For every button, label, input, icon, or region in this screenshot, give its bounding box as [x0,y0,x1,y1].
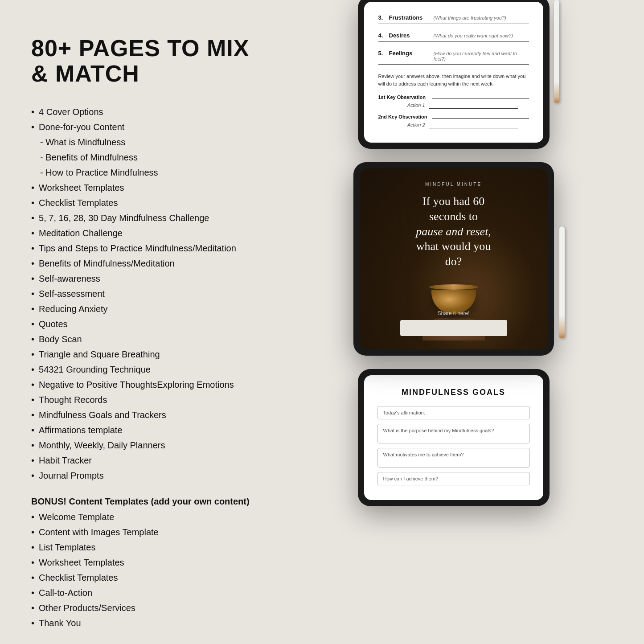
main-content-list: 4 Cover Options Done-for-you Content - W… [31,104,250,483]
bonus-item: Thank You [31,615,250,631]
list-sub-item: - What is Mindfulness [31,135,250,150]
bonus-item: List Templates [31,540,250,555]
list-item: Negative to Positive ThoughtsExploring E… [31,377,250,392]
goals-field-2: What motivates me to achieve them? [377,448,530,468]
row-hint: (What do you really want right now?) [434,33,529,38]
tablet-bottom: MINDFULNESS GOALS Today's affirmation: W… [358,369,550,506]
bowl-rim [429,284,478,290]
action-row-1: Action 1 [378,103,529,109]
action-label: Action 1 [390,103,425,109]
list-item: 54321 Grounding Technique [31,362,250,377]
list-item: Thought Records [31,392,250,407]
tablet-top: 3. Frustrations (What things are frustra… [358,0,550,149]
stylus2-icon [559,226,565,338]
list-item: Tips and Steps to Practice Mindfulness/M… [31,241,250,256]
goals-field-0: Today's affirmation: [377,406,530,419]
obs-line [432,93,529,99]
action-label: Action 2 [390,122,425,128]
obs-label: 1st Key Observation [378,94,432,100]
stylus-icon [554,0,559,103]
goals-field-1: What is the purpose behind my Mindfulnes… [377,424,530,443]
worksheet-row-5: 5. Feelings (How do you currently feel a… [378,50,529,65]
list-item: Self-assessment [31,286,250,301]
list-item: Worksheet Templates [31,180,250,195]
share-text: Share it here! [437,310,469,316]
list-item: 4 Cover Options [31,104,250,119]
list-item: Affirmations template [31,422,250,438]
action-row-2: Action 2 [378,122,529,128]
list-item: Meditation Challenge [31,226,250,241]
list-item: Monthly, Weekly, Daily Planners [31,438,250,453]
bonus-item: Welcome Template [31,509,250,525]
tablet-middle: MINDFUL MINUTE If you had 60 seconds to … [353,162,554,356]
list-item: Done-for-you Content [31,119,250,135]
left-panel: 80+ PAGES TO MIX & MATCH 4 Cover Options… [0,0,276,644]
row-label: Desires [389,32,434,39]
bonus-item: Worksheet Templates [31,555,250,570]
mindful-quote: If you had 60 seconds to pause and reset… [416,194,491,269]
row-label: Feelings [389,50,434,57]
bonus-list: Welcome Template Content with Images Tem… [31,509,250,631]
obs-row-1: 1st Key Observation [378,93,529,100]
list-item: Benefits of Mindfulness/Meditation [31,256,250,271]
list-item: Triangle and Square Breathing [31,347,250,362]
row-label: Frustrations [389,14,434,21]
bonus-title: BONUS! Content Templates (add your own c… [31,496,250,507]
list-item: Checklist Templates [31,195,250,210]
list-item: Journal Prompts [31,468,250,483]
goals-title: MINDFULNESS GOALS [377,388,530,397]
bonus-item: Content with Images Template [31,525,250,540]
list-sub-item: - How to Practice Mindfulness [31,165,250,180]
goals-field-3: How can I achieve them? [377,472,530,485]
row-number: 5. [378,50,389,57]
review-text: Review your answers above, then imagine … [378,73,529,87]
tablet-screen-top: 3. Frustrations (What things are frustra… [364,2,543,143]
list-sub-item: - Benefits of Mindfulness [31,150,250,165]
row-hint: (How do you currently feel and want to f… [434,51,529,62]
worksheet-row-3: 3. Frustrations (What things are frustra… [378,14,529,24]
page-title: 80+ PAGES TO MIX & MATCH [31,36,250,86]
list-item: 5, 7, 16, 28, 30 Day Mindfulness Challen… [31,210,250,226]
list-item: Body Scan [31,332,250,347]
row-number: 4. [378,32,389,39]
mindful-minute-label: MINDFUL MINUTE [425,182,482,187]
worksheet-row-4: 4. Desires (What do you really want righ… [378,32,529,42]
bowl-visual [427,287,480,323]
row-number: 3. [378,14,389,21]
bonus-section: BONUS! Content Templates (add your own c… [31,496,250,631]
obs-line [432,112,529,119]
list-item: Quotes [31,316,250,332]
tablet-screen-bottom: MINDFULNESS GOALS Today's affirmation: W… [364,375,543,500]
obs-row-2: 2nd Key Observation [378,112,529,119]
list-item: Self-awareness [31,271,250,286]
row-hint: (What things are frustrating you?) [434,15,529,21]
action-line [429,103,518,109]
list-item: Habit Tracker [31,453,250,468]
bonus-item: Call-to-Action [31,585,250,600]
list-item: Reducing Anxiety [31,301,250,316]
list-item: Mindfulness Goals and Trackers [31,407,250,422]
right-panel: 3. Frustrations (What things are frustra… [276,0,644,644]
bonus-item: Other Products/Services [31,600,250,615]
bonus-item: Checklist Templates [31,570,250,585]
obs-label: 2nd Key Observation [378,114,432,119]
share-input-box [400,320,507,336]
action-line [429,122,518,128]
tablet-screen-middle: MINDFUL MINUTE If you had 60 seconds to … [360,168,548,349]
